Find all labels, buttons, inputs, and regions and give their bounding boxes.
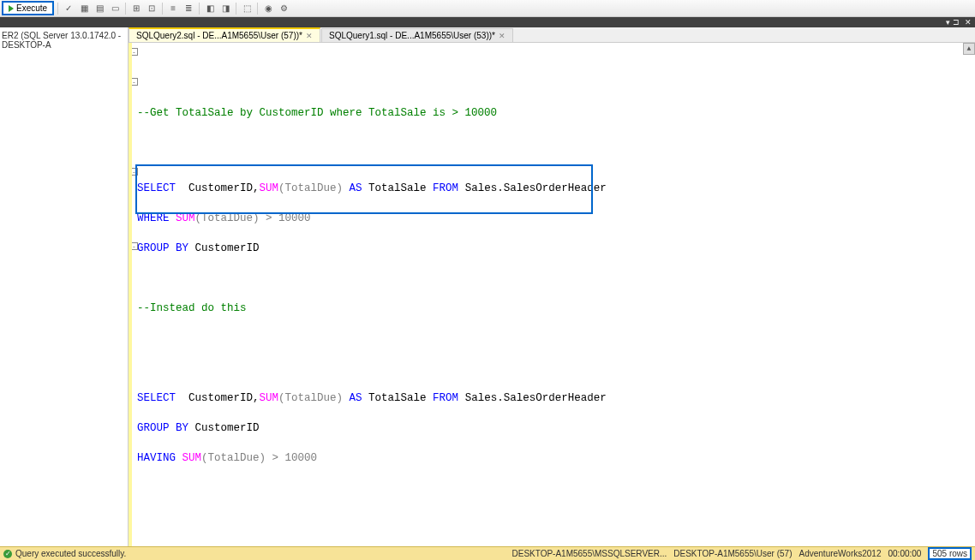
indent-icon[interactable]: ◧: [203, 2, 217, 15]
debug-icon[interactable]: ✓: [62, 2, 75, 15]
sqlcmd-icon[interactable]: ⬚: [240, 2, 254, 15]
tab-label: SQLQuery1.sql - DE...A1M5655\User (53))*: [329, 31, 495, 40]
status-server: DESKTOP-A1M5655\MSSQLSERVER...: [511, 549, 667, 558]
toolbar: Execute ✓ ▦ ▤ ▭ ⊞ ⊡ ≡ ≣ ◧ ◨ ⬚ ◉ ⚙: [0, 0, 975, 17]
status-elapsed: 00:00:00: [888, 549, 921, 558]
play-icon: [9, 5, 14, 12]
status-database: AdventureWorks2012: [799, 549, 882, 558]
query-status: Query executed successfully.: [15, 549, 126, 558]
help-icon[interactable]: ◉: [261, 2, 275, 15]
close-icon[interactable]: ✕: [499, 32, 505, 40]
tab-label: SQLQuery2.sql - DE...A1M5655\User (57))*: [136, 31, 302, 40]
close-icon[interactable]: ✕: [306, 32, 313, 40]
outdent-icon[interactable]: ◨: [218, 2, 232, 15]
code-line: --Get TotalSale by CustomerID where Tota…: [137, 107, 497, 119]
parse-icon[interactable]: ▦: [77, 2, 91, 15]
status-rows: 505 rows: [928, 547, 972, 560]
close-panel-icon[interactable]: ✕: [965, 18, 972, 27]
tab-sqlquery2[interactable]: SQLQuery2.sql - DE...A1M5655\User (57))*…: [129, 27, 320, 42]
text-icon[interactable]: ⊡: [145, 2, 159, 15]
status-user: DESKTOP-A1M5655\User (57): [673, 549, 792, 558]
tab-sqlquery1[interactable]: SQLQuery1.sql - DE...A1M5655\User (53))*…: [321, 28, 513, 42]
uncomment-icon[interactable]: ≣: [182, 2, 195, 15]
opts-icon[interactable]: ⚙: [277, 2, 290, 15]
status-bar: ✓ Query executed successfully. DESKTOP-A…: [0, 546, 975, 560]
editor-tabs: SQLQuery2.sql - DE...A1M5655\User (57))*…: [129, 27, 975, 43]
server-node[interactable]: ER2 (SQL Server 13.0.1742.0 - DESKTOP-A: [2, 31, 126, 50]
scroll-up-icon[interactable]: ▲: [963, 43, 975, 55]
execute-button[interactable]: Execute: [2, 1, 54, 15]
success-icon: ✓: [3, 550, 12, 558]
sql-editor[interactable]: ▲ - --Get TotalSale by CustomerID where …: [129, 43, 975, 560]
object-explorer[interactable]: ER2 (SQL Server 13.0.1742.0 - DESKTOP-A: [0, 27, 129, 548]
execute-label: Execute: [16, 3, 47, 13]
plan-icon[interactable]: ▤: [93, 2, 106, 15]
pinwindow-icon[interactable]: ▾ ⊐: [946, 18, 960, 27]
panel-titlebar: ▾ ⊐ ✕: [0, 17, 975, 27]
comment-icon[interactable]: ≡: [166, 2, 180, 15]
stats-icon[interactable]: ▭: [108, 2, 122, 15]
grid-icon[interactable]: ⊞: [129, 2, 143, 15]
